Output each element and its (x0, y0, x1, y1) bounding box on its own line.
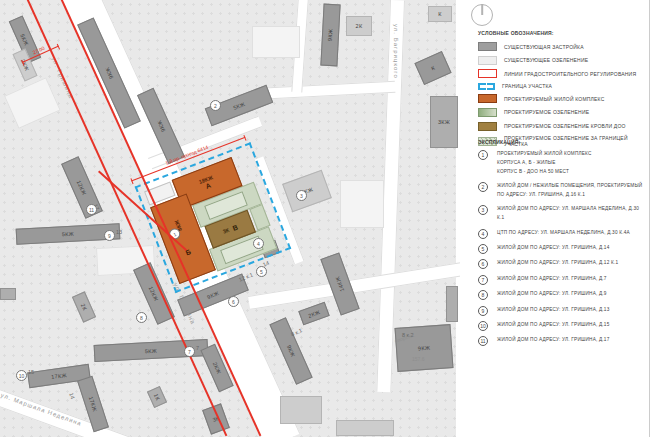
building-label: 5КЖ (145, 347, 158, 354)
legend-panel: УСЛОВНЫЕ ОБОЗНАЧЕНИЯ: СУЩЕСТВУЮЩАЯ ЗАСТР… (460, 0, 650, 437)
swatch-existing-buildings (478, 42, 497, 51)
explication-line: ЖИЛОЙ ДОМ ПО АДРЕСУ: УЛ. ГРИШИНА, Д.17 (497, 336, 609, 346)
explication-items: 1 ПРОЕКТИРУЕМЫЙ ЖИЛОЙ КОМПЛЕКС КОРПУСА А… (478, 150, 646, 352)
legend-row: СУЩЕСТВУЮЩЕЕ ОЗЕЛЕНЕНИЕ (478, 56, 650, 65)
building-label: 5КЖ (62, 231, 75, 238)
building: 2КЖ (298, 302, 329, 326)
explication-number: 2 (478, 182, 488, 192)
legend-label: ПРОЕКТИРУЕМЫЙ ЖИЛОЙ КОМПЛЕКС (504, 96, 604, 102)
swatch-regulation-lines (478, 69, 497, 78)
explication-row: 6ЖИЛОЙ ДОМ ПО АДРЕСУ: УЛ. ГРИШИНА, Д.12 … (478, 259, 646, 269)
explication-line: ЖИЛОЙ ДОМ ПО АДРЕСУ: УЛ. ГРИШИНА, Д.12 К… (497, 259, 618, 269)
explication-marker: 5 (256, 266, 267, 277)
building-label: 9КЖ (327, 29, 334, 42)
north-arrow-icon (471, 4, 493, 26)
road-top-right (255, 81, 395, 100)
swatch-site-boundary (478, 83, 495, 90)
explication-row: 10ЖИЛОЙ ДОМ ПО АДРЕСУ: УЛ. ГРИШИНА, Д.15 (478, 321, 646, 331)
legend-row: ПРОЕКТИРУЕМЫЙ ЖИЛОЙ КОМПЛЕКС (478, 94, 650, 103)
building-label: 12КЖ (76, 179, 88, 196)
explication-row: 1 ПРОЕКТИРУЕМЫЙ ЖИЛОЙ КОМПЛЕКС КОРПУСА А… (478, 150, 646, 177)
house-number: 13 (116, 229, 122, 235)
explication-row: 9ЖИЛОЙ ДОМ ПО АДРЕСУ: УЛ. ГРИШИНА, Д.13 (478, 306, 646, 316)
legend-row: ПРОЕКТИРУЕМОЕ ОЗЕЛЕНЕНИЕ (478, 108, 650, 117)
explication-line: ЖИЛОЙ ДОМ ПО АДРЕСУ: УЛ. ГРИШИНА, Д.14 (497, 244, 609, 254)
building: 1К (147, 386, 167, 408)
explication-number: 7 (478, 275, 488, 285)
courtyard (252, 26, 300, 58)
legend-label: СУЩЕСТВУЮЩАЯ ЗАСТРОЙКА (504, 44, 584, 50)
house-number: 8 к.1 (290, 327, 303, 337)
courtyard (340, 180, 384, 228)
building-label: 2К (80, 303, 88, 312)
building-label: 5КЖ (232, 101, 246, 111)
building-label: 9КЖ (418, 345, 431, 352)
explication-line: ЖИЛОЙ ДОМ ПО АДРЕСУ: УЛ. ГРИШИНА, Д.13 (497, 306, 609, 316)
explication-row: 8ЖИЛОЙ ДОМ ПО АДРЕСУ: УЛ. ГРИШИНА, Д.9 (478, 290, 646, 300)
explication-number: 5 (478, 244, 488, 254)
explication-line: ЖИЛОЙ ДОМ ПО АДРЕСУ: УЛ. ГРИШИНА, Д.9 (497, 290, 607, 300)
legend-label: ГРАНИЦА УЧАСТКА (502, 83, 552, 89)
building-label: 1К (153, 393, 161, 402)
building: К (414, 51, 451, 85)
explication-number: 9 (478, 306, 488, 316)
explication-marker: 7 (184, 346, 195, 357)
building: 3К (202, 403, 230, 434)
explication-line: ЖИЛОЙ ДОМ / НЕЖИЛЫЕ ПОМЕЩЕНИЯ, ПРОЕКТИРУ… (497, 182, 646, 200)
explication-number: 8 (478, 290, 488, 300)
explication-line: ПРОЕКТИРУЕМЫЙ ЖИЛОЙ КОМПЛЕКС (497, 150, 592, 159)
legend-label: ПРОЕКТИРУЕМОЕ ОЗЕЛЕНЕНИЕ КРОВЛИ ДОО (504, 123, 626, 129)
building (280, 396, 322, 424)
legend-label: ПРОЕКТИРУЕМОЕ ОЗЕЛЕНЕНИЕ (504, 109, 589, 115)
legend-row: СУЩЕСТВУЮЩАЯ ЗАСТРОЙКА (478, 42, 650, 51)
explication-marker: 2 (210, 100, 221, 111)
courtyard (4, 77, 61, 129)
swatch-roof-greenery-doo (478, 122, 497, 131)
building-label: 2КЖ (212, 361, 222, 375)
explication-heading: ЭКСПЛИКАЦИЯ: (478, 139, 520, 145)
explication-marker: 4 (253, 238, 264, 249)
legend-label: ПРОЕКТИРУЕМОЕ ОЗЕЛЕНЕНИЕ ЗА ГРАНИЦЕЙ УЧА… (504, 135, 650, 147)
explication-line: КОРПУС В - ДОО НА 50 МЕСТ (497, 168, 592, 177)
building-label: 17КЖ (88, 396, 99, 413)
explication-number: 4 (478, 229, 488, 239)
building: 9КЖ (320, 4, 340, 67)
map-canvas: 5КЖ 12КЖ 5КЖ 12КЖ 2К 17КЖ 5КЖ 17КЖ 1К 2К… (0, 0, 456, 437)
building (446, 286, 458, 322)
swatch-projected-greenery (478, 108, 497, 117)
building-label: 9КЖ (156, 119, 167, 133)
building-label: 9КЖ (286, 344, 296, 358)
legend-heading: УСЛОВНЫЕ ОБОЗНАЧЕНИЯ: (478, 30, 554, 36)
explication-number: 11 (478, 336, 488, 346)
explication-text: ПРОЕКТИРУЕМЫЙ ЖИЛОЙ КОМПЛЕКС КОРПУСА А, … (497, 150, 592, 177)
building-label: 17КЖ (51, 372, 67, 380)
elevation-label: 157.6 (412, 356, 425, 362)
street-label-bagritskogo: ул. Багрицкого (393, 24, 399, 79)
building-label: 5КЖ (20, 33, 30, 47)
explication-number: 3 (478, 205, 488, 215)
explication-marker: 9 (104, 230, 115, 241)
corpus-a-name: А (205, 182, 212, 190)
building (336, 420, 394, 436)
building-label: 2К (356, 23, 363, 29)
building: 3КЖ (282, 170, 332, 213)
building-label: К (430, 65, 436, 72)
explication-row: 3ЖИЛОЙ ДОМ ПО АДРЕСУ: УЛ. МАРШАЛА НЕДЕЛИ… (478, 205, 646, 223)
house-number: 15 (28, 369, 34, 375)
site-plan-drawing: 5КЖ 12КЖ 5КЖ 12КЖ 2К 17КЖ 5КЖ 17КЖ 1К 2К… (0, 0, 650, 437)
explication-number: 6 (478, 259, 488, 269)
explication-line: КОРПУСА А, Б - ЖИЛЫЕ (497, 159, 592, 168)
corpus-v-name: В (231, 223, 238, 231)
building: 3КЖ (430, 96, 458, 148)
building: К (428, 6, 452, 22)
explication-marker: 10 (16, 370, 27, 381)
north-needle (481, 4, 483, 15)
house-number: 7 (196, 345, 199, 351)
building-label: К (438, 11, 442, 17)
explication-marker: 6 (228, 296, 239, 307)
swatch-projected-complex (478, 94, 497, 103)
building: 2К (346, 16, 372, 36)
legend-label: СУЩЕСТВУЮЩЕЕ ОЗЕЛЕНЕНИЕ (504, 57, 588, 63)
explication-line: ЖИЛОЙ ДОМ ПО АДРЕСУ: УЛ. ГРИШИНА, Д.15 (497, 321, 609, 331)
swatch-existing-greenery (478, 56, 497, 65)
